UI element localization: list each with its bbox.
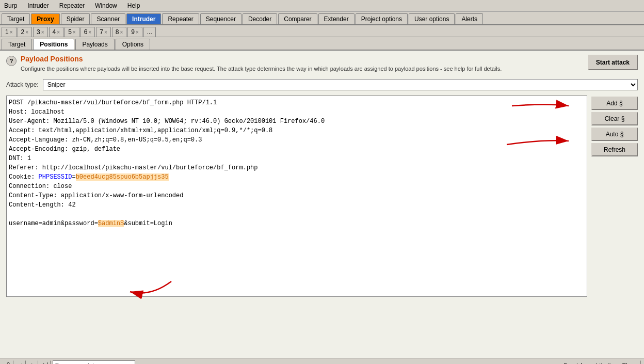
- close-tab-8[interactable]: ×: [120, 29, 123, 35]
- nav-prev-button[interactable]: ◄: [15, 360, 26, 365]
- page-title: Payload Positions: [21, 55, 502, 63]
- num-tab-5[interactable]: 5 ×: [65, 27, 79, 37]
- nav-last-button[interactable]: ▶|: [40, 360, 51, 365]
- tab-scanner[interactable]: Scanner: [91, 13, 125, 24]
- content-tab-positions[interactable]: Positions: [33, 39, 74, 50]
- close-tab-9[interactable]: ×: [136, 29, 139, 35]
- close-tab-2[interactable]: ×: [25, 29, 28, 35]
- tab-target[interactable]: Target: [2, 13, 30, 24]
- attack-type-label: Attack type:: [6, 81, 39, 88]
- menu-intruder[interactable]: Intruder: [25, 1, 51, 10]
- tab-extender[interactable]: Extender: [318, 13, 355, 24]
- search-input[interactable]: [53, 360, 135, 365]
- num-tab-7[interactable]: 7 ×: [96, 27, 111, 37]
- clear-section-button[interactable]: Clear §: [591, 112, 638, 125]
- tab-repeater[interactable]: Repeater: [162, 13, 199, 24]
- content-tab-bar: Target Positions Payloads Options: [0, 37, 644, 51]
- start-attack-button[interactable]: Start attack: [588, 55, 638, 70]
- bottom-bar: ? ◄ ► ▶| 0 matches http://... Close: [0, 358, 644, 364]
- num-tab-1[interactable]: 1 ×: [2, 27, 17, 37]
- content-area: ? Payload Positions Configure the positi…: [0, 51, 644, 358]
- num-tab-3[interactable]: 3 ×: [33, 27, 48, 37]
- refresh-button[interactable]: Refresh: [591, 143, 638, 156]
- menu-burp[interactable]: Burp: [2, 1, 19, 10]
- numbered-tab-bar: 1 × 2 × 3 × 4 × 5 × 6 × 7 × 8 × 9 × ...: [0, 25, 644, 37]
- more-tabs[interactable]: ...: [143, 27, 156, 37]
- content-tab-options[interactable]: Options: [116, 39, 150, 50]
- close-tab-6[interactable]: ×: [88, 29, 91, 35]
- editor-container: POST /pikachu-master/vul/burteforce/bf_f…: [0, 93, 644, 358]
- tab-alerts[interactable]: Alerts: [456, 13, 483, 24]
- menu-window[interactable]: Window: [93, 1, 119, 10]
- close-tab-4[interactable]: ×: [57, 29, 60, 35]
- menu-repeater[interactable]: Repeater: [57, 1, 87, 10]
- num-tab-2[interactable]: 2 ×: [18, 27, 33, 37]
- num-tab-8[interactable]: 8 ×: [112, 27, 127, 37]
- menu-help[interactable]: Help: [125, 1, 142, 10]
- nav-next-button[interactable]: ►: [28, 360, 38, 365]
- main-tab-bar: Target Proxy Spider Scanner Intruder Rep…: [0, 12, 644, 25]
- close-tab-7[interactable]: ×: [104, 29, 107, 35]
- menu-bar: Burp Intruder Repeater Window Help: [0, 0, 644, 12]
- header-content: Payload Positions Configure the position…: [21, 55, 502, 73]
- request-editor: POST /pikachu-master/vul/burteforce/bf_f…: [6, 96, 587, 356]
- add-section-button[interactable]: Add §: [591, 97, 638, 110]
- close-tab-5[interactable]: ×: [73, 29, 76, 35]
- tab-intruder[interactable]: Intruder: [126, 13, 161, 24]
- tab-comparer[interactable]: Comparer: [278, 13, 317, 24]
- nav-help-button[interactable]: ?: [3, 360, 13, 365]
- editor-buttons: Add § Clear § Auto § Refresh: [591, 96, 638, 356]
- attack-type-select[interactable]: Sniper Battering ram Pitchfork Cluster b…: [43, 79, 638, 90]
- tab-user-options[interactable]: User options: [409, 13, 455, 24]
- header-section: ? Payload Positions Configure the positi…: [0, 51, 644, 76]
- num-tab-4[interactable]: 4 ×: [49, 27, 64, 37]
- num-tab-9[interactable]: 9 ×: [127, 27, 142, 37]
- tab-proxy[interactable]: Proxy: [31, 13, 59, 24]
- close-button[interactable]: Close: [617, 360, 641, 365]
- close-tab-1[interactable]: ×: [10, 29, 13, 35]
- close-tab-3[interactable]: ×: [41, 29, 44, 35]
- request-text-area[interactable]: POST /pikachu-master/vul/burteforce/bf_f…: [6, 96, 587, 297]
- tab-project-options[interactable]: Project options: [356, 13, 408, 24]
- tab-decoder[interactable]: Decoder: [243, 13, 277, 24]
- auto-section-button[interactable]: Auto §: [591, 128, 638, 141]
- num-tab-6[interactable]: 6 ×: [81, 27, 95, 37]
- header-left: ? Payload Positions Configure the positi…: [6, 55, 502, 73]
- header-description: Configure the positions where payloads w…: [21, 65, 502, 73]
- tab-sequencer[interactable]: Sequencer: [200, 13, 242, 24]
- help-icon[interactable]: ?: [6, 56, 17, 66]
- content-tab-payloads[interactable]: Payloads: [75, 39, 114, 50]
- content-tab-target[interactable]: Target: [2, 39, 32, 50]
- tab-spider[interactable]: Spider: [61, 13, 90, 24]
- attack-type-row: Attack type: Sniper Battering ram Pitchf…: [0, 76, 644, 93]
- status-bar-text: http://...: [596, 362, 615, 365]
- matches-count: 0 matches: [564, 362, 590, 365]
